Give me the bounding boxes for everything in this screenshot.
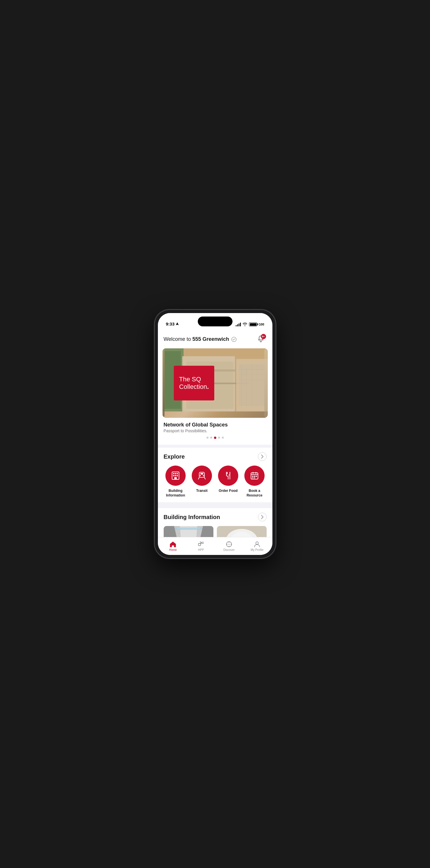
transit-icon — [197, 471, 207, 480]
building-label: BuildingInformation — [166, 489, 185, 498]
carousel-dot-5[interactable] — [222, 437, 224, 439]
carousel-caption: Network of Global Spaces Passport to Pos… — [158, 418, 272, 433]
discover-icon — [226, 541, 232, 548]
explore-arrow-button[interactable] — [258, 452, 267, 461]
verified-icon — [231, 337, 236, 342]
transit-label: Transit — [196, 489, 207, 493]
food-icon — [223, 471, 233, 480]
nav-item-home[interactable]: Home — [159, 541, 187, 552]
explore-item-transit[interactable]: Transit — [190, 466, 214, 498]
notification-badge: 9+ — [261, 334, 266, 339]
building-info-header: Building Information — [164, 513, 267, 521]
building-icon — [171, 471, 180, 480]
building-info-title: Building Information — [164, 514, 220, 521]
building-circle — [165, 466, 186, 486]
svg-rect-27 — [174, 477, 177, 479]
svg-rect-23 — [177, 473, 178, 474]
svg-line-32 — [198, 477, 199, 479]
chevron-right-icon — [261, 455, 263, 459]
svg-point-30 — [203, 475, 204, 476]
svg-rect-38 — [252, 476, 253, 477]
svg-line-33 — [204, 477, 205, 479]
status-time: 9:33 — [166, 321, 179, 327]
building-info-cards — [164, 526, 267, 537]
food-label: Order Food — [219, 489, 237, 493]
explore-section: Explore — [158, 447, 272, 502]
home-icon — [169, 541, 176, 548]
building-info-section: Building Information — [158, 508, 272, 537]
carousel-subtitle: Passport to Possibilities. — [164, 429, 267, 433]
section-divider-1 — [158, 445, 272, 447]
food-circle — [218, 466, 238, 486]
building-name: 555 Greenwich — [192, 336, 229, 342]
card-1-image — [164, 526, 213, 537]
svg-rect-31 — [200, 473, 203, 474]
carousel-dot-3[interactable] — [214, 437, 216, 439]
nav-label-home: Home — [169, 548, 177, 552]
svg-rect-41 — [252, 477, 253, 478]
svg-rect-26 — [177, 475, 178, 476]
svg-rect-28 — [199, 472, 204, 477]
explore-item-building[interactable]: BuildingInformation — [164, 466, 188, 498]
hpp-icon — [198, 541, 204, 548]
explore-item-resource[interactable]: Book aResource — [243, 466, 267, 498]
profile-icon — [254, 541, 260, 548]
transit-circle — [192, 466, 212, 486]
svg-point-63 — [256, 541, 259, 544]
nav-label-profile: My Profile — [251, 548, 263, 552]
sq-text: The SQ Collection. — [179, 376, 209, 391]
carousel-image: The SQ Collection. — [163, 348, 268, 418]
nav-item-profile[interactable]: My Profile — [243, 541, 271, 552]
carousel-dot-2[interactable] — [210, 437, 212, 439]
svg-rect-25 — [175, 475, 176, 476]
explore-grid: BuildingInformation — [164, 466, 267, 498]
info-card-1[interactable] — [164, 526, 213, 537]
nav-item-hpp[interactable]: HPP — [187, 541, 215, 552]
carousel-section: The SQ Collection. Network of Global Spa… — [158, 348, 272, 445]
explore-item-food[interactable]: Order Food — [216, 466, 240, 498]
header-bar: Welcome to 555 Greenwich 9+ — [158, 329, 272, 348]
svg-rect-22 — [175, 473, 176, 474]
section-divider-2 — [158, 502, 272, 505]
carousel-wrapper[interactable]: The SQ Collection. — [163, 348, 268, 418]
nav-label-discover: Discover — [224, 548, 235, 552]
notification-button[interactable]: 9+ — [255, 333, 267, 345]
svg-point-62 — [229, 544, 230, 545]
nav-label-hpp: HPP — [198, 548, 204, 552]
svg-rect-24 — [173, 475, 174, 476]
battery-icon — [249, 322, 257, 327]
dynamic-island — [198, 316, 232, 327]
svg-rect-42 — [254, 477, 255, 478]
resource-label: Book aResource — [247, 489, 263, 498]
building-info-arrow-button[interactable] — [258, 513, 267, 521]
wifi-icon — [243, 322, 247, 326]
card-2-image — [217, 526, 267, 537]
sq-collection-overlay: The SQ Collection. — [174, 366, 214, 400]
location-arrow-icon — [176, 322, 179, 326]
svg-rect-47 — [177, 527, 200, 529]
screen-content[interactable]: Welcome to 555 Greenwich 9+ — [158, 329, 272, 537]
carousel-dots — [158, 433, 272, 440]
calendar-icon — [250, 471, 259, 480]
carousel-title: Network of Global Spaces — [164, 422, 267, 428]
nav-item-discover[interactable]: Discover — [215, 541, 243, 552]
info-card-2[interactable] — [217, 526, 267, 537]
carousel-dot-1[interactable] — [206, 437, 208, 439]
explore-title: Explore — [164, 454, 185, 460]
bottom-nav: Home HPP Discover — [158, 537, 272, 555]
carousel-right-hint — [264, 348, 268, 418]
svg-rect-40 — [256, 476, 257, 477]
carousel-left-hint — [163, 348, 165, 418]
chevron-right-icon-2 — [261, 515, 263, 519]
welcome-text: Welcome to 555 Greenwich — [164, 336, 237, 342]
svg-rect-21 — [173, 473, 174, 474]
carousel-dot-4[interactable] — [218, 437, 220, 439]
status-icons: 100 — [236, 322, 264, 327]
explore-header: Explore — [164, 452, 267, 461]
svg-point-29 — [200, 475, 201, 476]
resource-circle — [244, 466, 265, 486]
svg-rect-39 — [254, 476, 255, 477]
signal-bars-icon — [236, 322, 241, 327]
